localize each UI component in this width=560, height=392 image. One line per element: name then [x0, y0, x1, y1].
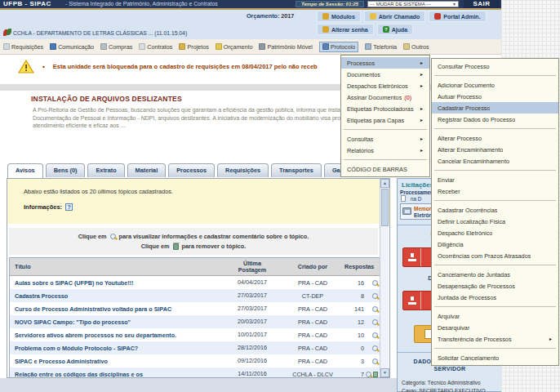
- submenu-item[interactable]: Cancelar Encaminhamento: [432, 155, 558, 167]
- view-topic-icon[interactable]: [372, 359, 378, 364]
- menubar-item[interactable]: Patrimônio Móvel: [259, 43, 313, 51]
- topic-title[interactable]: Aulas sobre o SIPAC (UFPB) no Youtube!!!: [10, 279, 224, 287]
- menubar-item-icon: [403, 43, 410, 50]
- submenu-item[interactable]: [434, 75, 556, 76]
- toolbar-button-label: Ajuda: [392, 27, 407, 33]
- menubar-item[interactable]: Orçamento: [216, 43, 253, 51]
- scroll-down-icon[interactable]: ▼: [380, 368, 389, 377]
- menu-item[interactable]: Processos ►: [341, 57, 429, 69]
- submenu-item[interactable]: Cadastrar Processo: [432, 102, 558, 114]
- submenu-item-label: Desarquivar: [438, 324, 469, 332]
- submenu-item[interactable]: Definir Localização Física: [432, 216, 558, 227]
- scrollbar-thumb[interactable]: [381, 189, 389, 226]
- submenu-item[interactable]: [434, 348, 556, 349]
- menu-item[interactable]: [344, 129, 427, 130]
- view-topic-icon[interactable]: [372, 293, 378, 299]
- logout-button[interactable]: SAIR: [464, 0, 500, 8]
- submenu-item[interactable]: Autuar Processo: [432, 91, 558, 102]
- toolbar-button[interactable]: Alterar senha: [317, 24, 374, 35]
- menubar-item-label: Telefonia: [373, 43, 397, 51]
- submenu-item[interactable]: Diligência: [432, 238, 558, 250]
- menubar-item[interactable]: Requisições: [3, 43, 43, 51]
- help-icon[interactable]: ?: [65, 203, 73, 211]
- topic-title[interactable]: Relação entre os códigos das disciplinas…: [10, 371, 224, 378]
- menu-item[interactable]: CÓDIGO DE BARRAS: [341, 163, 429, 175]
- submenu-item[interactable]: Solicitar Cancelamento: [432, 352, 558, 363]
- menubar-item[interactable]: Telefonia: [365, 43, 397, 51]
- menu-item-badge: (0): [404, 94, 411, 101]
- menu-item[interactable]: Relatórios ►: [341, 145, 429, 156]
- menubar-item[interactable]: Protocolo: [319, 42, 358, 52]
- view-topic-icon[interactable]: [366, 372, 371, 377]
- submenu-item[interactable]: Desarquivar: [432, 322, 558, 333]
- topic-title[interactable]: Problema com o Módulo Protocolo - SIPAC?: [10, 345, 224, 352]
- topic-title[interactable]: SIPAC e Processo Administrativo: [10, 358, 224, 365]
- submenu-item[interactable]: Despacho Eletrônico: [432, 227, 558, 238]
- topic-title[interactable]: Servidores ativos abrem processos no seu…: [10, 332, 224, 339]
- toolbar-button[interactable]: Portal Admin.: [429, 11, 486, 22]
- menu-item[interactable]: Assinar Documentos (0): [341, 91, 429, 103]
- menubar-item[interactable]: Comunicação: [50, 43, 94, 51]
- tab[interactable]: Processos: [168, 163, 215, 177]
- menubar-item[interactable]: Projetos: [179, 43, 208, 51]
- view-topic-icon[interactable]: [372, 280, 378, 286]
- submenu-item[interactable]: Enviar: [432, 174, 558, 185]
- submenu-item[interactable]: Transferência de Processos ►: [432, 333, 558, 345]
- tab[interactable]: Bens (0): [46, 163, 86, 177]
- menubar-item[interactable]: Compras: [100, 43, 132, 51]
- system-select[interactable]: --- MUDAR DE SISTEMA --- ▼: [367, 1, 459, 7]
- view-topic-icon[interactable]: [372, 306, 378, 312]
- submenu-item[interactable]: Cancelamento de Juntadas: [432, 269, 558, 280]
- topic-title[interactable]: Cadastra Processo: [10, 292, 224, 300]
- submenu-item[interactable]: [434, 170, 556, 171]
- submenu-arrow-icon: ►: [420, 60, 424, 65]
- submenu-item[interactable]: Consultar Processo: [432, 60, 558, 72]
- view-topic-icon[interactable]: [372, 319, 378, 325]
- menu-item[interactable]: Etiquetas para Capas ►: [341, 114, 429, 126]
- toolbar-button[interactable]: ? Ajuda: [377, 24, 413, 35]
- scroll-up-icon[interactable]: ▲: [380, 179, 389, 188]
- menubar-item[interactable]: Contratos: [139, 43, 172, 51]
- submenu-item[interactable]: Juntada de Processos: [432, 292, 558, 303]
- tab-label: Transportes: [279, 167, 313, 174]
- submenu-item[interactable]: Desapensação de Processos: [432, 280, 558, 292]
- licitacoes-title[interactable]: Licitações: [402, 181, 433, 189]
- tab[interactable]: Avisos: [7, 163, 43, 178]
- submenu-item[interactable]: Alterar Processo: [432, 132, 558, 144]
- menu-item[interactable]: Etiquetas Protocoladoras ►: [341, 103, 429, 114]
- tab[interactable]: Transportes: [271, 163, 322, 177]
- submenu-item[interactable]: [434, 128, 556, 129]
- menubar-item[interactable]: Outros: [403, 43, 429, 51]
- toolbar-button-label: Portal Admin.: [443, 14, 480, 20]
- submenu-item[interactable]: Cadastrar Ocorrências: [432, 204, 558, 216]
- inbox-icon: [403, 248, 421, 266]
- view-topic-icon[interactable]: [372, 345, 378, 351]
- topic-replies: 141: [344, 305, 364, 313]
- submenu-item[interactable]: Registrar Dados do Processo: [432, 114, 558, 125]
- submenu-item[interactable]: [434, 200, 556, 201]
- menu-item[interactable]: Despachos Eletrônicos ►: [341, 80, 429, 91]
- menu-item[interactable]: [344, 159, 427, 160]
- tab[interactable]: Requisições: [217, 163, 269, 177]
- topic-replies: 7: [344, 371, 364, 378]
- panel-scrollbar[interactable]: ▲ ▼: [380, 179, 389, 377]
- submenu-item[interactable]: [434, 265, 556, 265]
- submenu-item[interactable]: Adicionar Documento: [432, 79, 558, 91]
- view-topic-icon[interactable]: [372, 332, 378, 338]
- toolbar-button[interactable]: Módulos: [317, 11, 361, 22]
- topic-title[interactable]: NOVO SIPAC Campo: "Tipo do processo": [10, 318, 224, 326]
- submenu-item[interactable]: Arquivar: [432, 310, 558, 322]
- submenu-item[interactable]: Alterar Encaminhamento: [432, 144, 558, 155]
- menu-item[interactable]: Consultas ►: [341, 133, 429, 145]
- submenu-item[interactable]: Receber: [432, 185, 558, 197]
- tab[interactable]: Extrato: [87, 163, 124, 177]
- submenu-arrow-icon: ►: [420, 148, 424, 153]
- topic-title[interactable]: Curso de Processo Administrativo voltado…: [10, 305, 224, 313]
- menu-item[interactable]: Documentos ►: [341, 69, 429, 80]
- magnifier-icon: [110, 234, 116, 239]
- toolbar-button[interactable]: Abrir Chamado: [364, 11, 426, 22]
- submenu-item[interactable]: Ocorrências com Prazos Atrasados: [432, 250, 558, 261]
- tab[interactable]: Material: [127, 163, 167, 177]
- submenu-item[interactable]: [434, 306, 556, 307]
- remove-topic-icon[interactable]: [373, 372, 378, 377]
